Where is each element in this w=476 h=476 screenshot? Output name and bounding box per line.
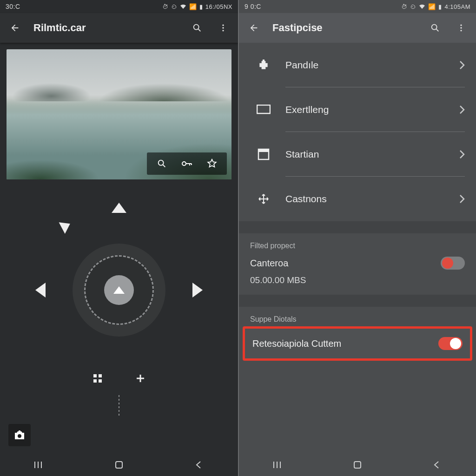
overflow-button[interactable] <box>454 20 469 35</box>
pref-value: 05.00.00 MBS <box>239 273 476 295</box>
svg-point-1 <box>222 25 224 26</box>
section-title: Suppe Diotals <box>239 307 476 326</box>
list-item[interactable]: Pandıle <box>239 43 476 87</box>
svg-rect-20 <box>258 149 269 152</box>
chevron-right-icon <box>459 105 465 114</box>
puzzle-icon <box>250 59 277 71</box>
search-button[interactable] <box>428 20 443 35</box>
svg-point-5 <box>182 162 186 165</box>
list-item-label: Pandıle <box>277 60 459 71</box>
dpad <box>45 216 193 364</box>
back-button[interactable] <box>7 20 22 35</box>
list-item[interactable]: Exertlleng <box>239 87 476 132</box>
timer-icon: ⏲ <box>171 3 177 10</box>
dpad-area <box>0 179 238 454</box>
page-title: Fastipcise <box>272 22 416 34</box>
key-icon[interactable] <box>179 156 194 171</box>
overflow-button[interactable] <box>216 20 231 35</box>
battery-icon: ▮ <box>199 3 203 10</box>
svg-point-4 <box>159 160 164 165</box>
svg-point-15 <box>460 27 462 28</box>
battery-icon: ▮ <box>438 3 442 10</box>
wifi-icon <box>180 4 186 9</box>
nav-bar <box>0 454 238 476</box>
wifi-icon <box>419 4 425 9</box>
svg-point-16 <box>460 30 462 31</box>
signal-icon: 📶 <box>428 3 436 10</box>
svg-point-3 <box>222 30 224 31</box>
status-left: 30:C <box>6 3 20 10</box>
dpad-center[interactable] <box>104 275 134 305</box>
svg-rect-7 <box>99 374 102 377</box>
pref-label: Canteroa <box>250 258 288 269</box>
pref-canteroa[interactable]: Canteroa <box>239 253 476 273</box>
status-time: 4:105AM <box>444 3 470 10</box>
nav-bar <box>239 454 476 476</box>
svg-point-0 <box>194 25 199 30</box>
settings-list: Pandıle Exertlleng Startian <box>239 43 476 221</box>
search-button[interactable] <box>190 20 205 35</box>
dpad-footer <box>90 371 148 386</box>
chevron-right-icon <box>459 60 465 70</box>
dpad-right[interactable] <box>192 283 203 298</box>
zoom-icon[interactable] <box>154 156 169 171</box>
phone-right: 9 0:C ⏱ ⏲ 📶 ▮ 4:105AM Fastipcise <box>238 0 476 476</box>
timer-icon: ⏲ <box>410 3 416 10</box>
status-icons: ⏱ ⏲ 📶 ▮ 4:105AM <box>401 3 470 10</box>
section-divider <box>239 295 476 307</box>
window-icon <box>250 148 277 160</box>
pref-label: Retesoiapiola Cuttem <box>252 338 341 349</box>
toggle-canteroa[interactable] <box>441 257 465 270</box>
back-button[interactable] <box>246 20 261 35</box>
alarm-icon: ⏱ <box>162 3 168 10</box>
grid-icon[interactable] <box>90 371 105 386</box>
alarm-icon: ⏱ <box>401 3 407 10</box>
status-left: 9 0:C <box>245 3 261 10</box>
svg-rect-12 <box>116 462 122 468</box>
star-icon[interactable] <box>205 156 219 171</box>
camera-button[interactable] <box>8 424 31 446</box>
move-icon <box>250 193 277 205</box>
dpad-left[interactable] <box>35 283 46 298</box>
svg-point-14 <box>460 25 462 26</box>
svg-rect-17 <box>263 60 264 61</box>
svg-rect-8 <box>93 379 97 383</box>
status-bar: 9 0:C ⏱ ⏲ 📶 ▮ 4:105AM <box>239 0 476 13</box>
svg-rect-6 <box>93 374 97 377</box>
svg-rect-18 <box>257 105 270 113</box>
chevron-right-icon <box>459 150 465 159</box>
list-item-label: Startian <box>277 149 459 160</box>
chevron-right-icon <box>459 194 465 204</box>
page-title: Rilmtic.car <box>33 22 178 34</box>
dpad-up[interactable] <box>112 203 126 213</box>
app-bar: Rilmtic.car <box>0 13 238 43</box>
list-item[interactable]: Castnons <box>239 177 476 221</box>
status-icons: ⏱ ⏲ 📶 ▮ 16:/05NX <box>162 3 232 10</box>
section-title: Filted propect <box>239 233 476 253</box>
nav-back[interactable] <box>430 459 443 471</box>
toggle-highlighted[interactable] <box>438 337 463 350</box>
nav-recents[interactable] <box>33 459 46 471</box>
nav-back[interactable] <box>192 459 205 471</box>
media-preview[interactable] <box>7 49 231 179</box>
pref-highlighted[interactable]: Retesoiapiola Cuttem <box>243 326 472 361</box>
svg-rect-9 <box>99 379 102 383</box>
list-item[interactable]: Startian <box>239 132 476 177</box>
list-item-label: Castnons <box>277 193 459 205</box>
list-item-label: Exertlleng <box>277 104 459 115</box>
section-divider <box>239 221 476 233</box>
preview-action-bar <box>147 152 227 175</box>
svg-rect-21 <box>354 462 361 468</box>
app-bar: Fastipcise <box>239 13 476 43</box>
nav-recents[interactable] <box>272 459 284 471</box>
dpad-up-left[interactable] <box>59 218 73 234</box>
plus-icon[interactable] <box>133 371 148 386</box>
signal-icon: 📶 <box>189 3 197 10</box>
nav-home[interactable] <box>113 459 125 471</box>
nav-home[interactable] <box>351 459 364 471</box>
drag-handle-icon[interactable] <box>119 395 119 417</box>
svg-point-10 <box>18 434 21 438</box>
display-icon <box>250 105 277 115</box>
svg-point-2 <box>222 27 224 28</box>
phone-left: 30:C ⏱ ⏲ 📶 ▮ 16:/05NX Rilmtic.car <box>0 0 238 476</box>
